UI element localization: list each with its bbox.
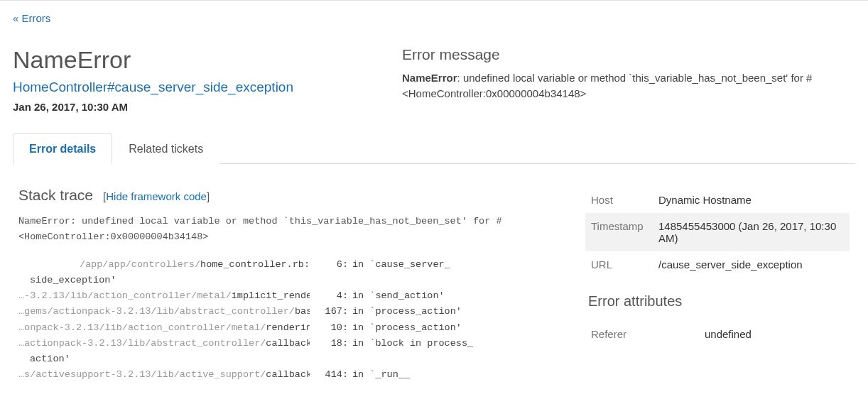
error-message-heading: Error message: [402, 46, 855, 63]
stack-frame: …onpack-3.2.13/lib/action_controller/met…: [18, 320, 565, 336]
error-timestamp: Jan 26, 2017, 10:30 AM: [13, 101, 368, 113]
tab-error-details[interactable]: Error details: [13, 133, 112, 164]
error-attributes-heading: Error attributes: [588, 293, 850, 310]
stack-frame: …-3.2.13/lib/action_controller/metal/imp…: [18, 288, 565, 304]
error-header-right: Error message NameError: undefined local…: [402, 46, 855, 113]
controller-action-link[interactable]: HomeController#cause_server_side_excepti…: [13, 80, 368, 95]
error-header-left: NameError HomeController#cause_server_si…: [13, 46, 368, 113]
error-title: NameError: [13, 46, 368, 74]
attr-key: Referer: [585, 321, 699, 347]
error-message-body: NameError: undefined local variable or m…: [402, 70, 855, 102]
hide-framework-link[interactable]: Hide framework code: [106, 190, 207, 202]
error-attributes-table: Host Dynamic Hostname Timestamp 14854554…: [585, 187, 850, 278]
attr-value: /cause_server_side_exception: [653, 251, 850, 278]
attr-key: URL: [585, 251, 653, 278]
back-to-errors-link[interactable]: « Errors: [13, 12, 50, 24]
stack-trace: NameError: undefined local variable or m…: [18, 214, 565, 383]
attr-value: Dynamic Hostname: [653, 187, 850, 213]
stack-frame: …s/activesupport-3.2.13/lib/active_suppo…: [18, 367, 565, 383]
attr-row-url: URL /cause_server_side_exception: [585, 251, 850, 278]
stack-trace-heading: Stack trace: [18, 187, 93, 204]
error-message-text: : undefined local variable or method `th…: [402, 72, 812, 99]
attr-row-referer: Referer undefined: [585, 321, 850, 347]
tab-related-tickets[interactable]: Related tickets: [112, 133, 219, 164]
stack-trace-exception-line: NameError: undefined local variable or m…: [18, 214, 565, 246]
hide-framework-wrap: [Hide framework code]: [103, 190, 210, 202]
stack-frame: …actionpack-3.2.13/lib/abstract_controll…: [18, 336, 565, 368]
attr-key: Timestamp: [585, 213, 653, 251]
attr-key: Host: [585, 187, 653, 213]
tabs: Error details Related tickets: [13, 133, 855, 164]
stack-frame: /app/app/controllers/home_controller.rb:…: [18, 257, 565, 289]
attr-row-timestamp: Timestamp 1485455453000 (Jan 26, 2017, 1…: [585, 213, 850, 251]
attr-row-host: Host Dynamic Hostname: [585, 187, 850, 213]
attr-value: 1485455453000 (Jan 26, 2017, 10:30 AM): [653, 213, 850, 251]
error-attributes-table-2: Referer undefined: [585, 321, 850, 347]
error-message-class: NameError: [402, 72, 457, 84]
attr-value: undefined: [699, 321, 850, 347]
stack-frame: …gems/actionpack-3.2.13/lib/abstract_con…: [18, 304, 565, 320]
